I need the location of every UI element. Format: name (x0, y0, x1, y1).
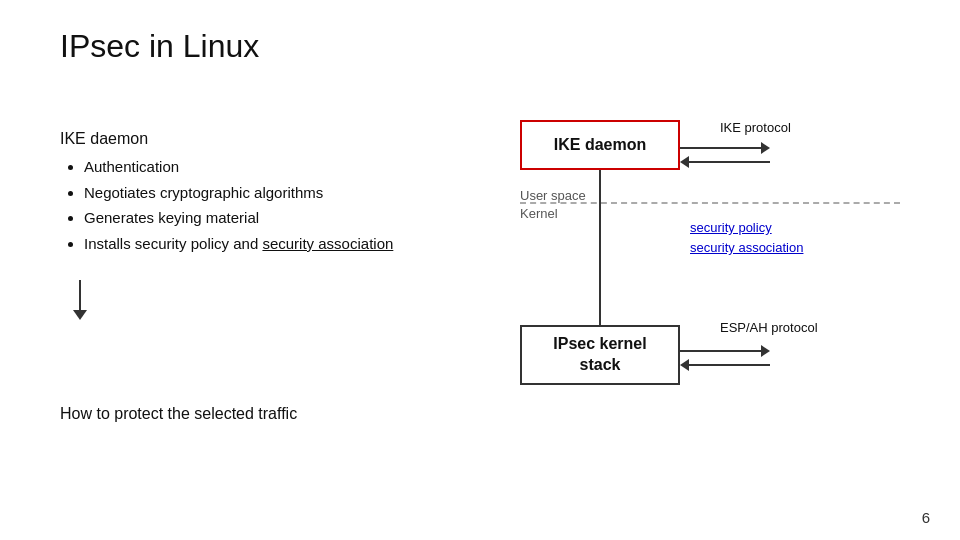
arrow-left-head (680, 156, 689, 168)
esp-protocol-label: ESP/AH protocol (720, 320, 818, 335)
page-number: 6 (922, 509, 930, 526)
security-policy-label: security policy (690, 220, 772, 235)
arrow-left-ike (680, 156, 770, 168)
arrow-left-head-2 (680, 359, 689, 371)
arrow-left-ipsec (680, 359, 770, 371)
h-line-2 (689, 161, 770, 163)
vertical-connector (599, 170, 601, 325)
how-to-label: How to protect the selected traffic (60, 405, 297, 423)
arrow-head (73, 310, 87, 320)
ipsec-box: IPsec kernelstack (520, 325, 680, 385)
security-association-text: security association (262, 235, 393, 252)
h-line-4 (689, 364, 770, 366)
left-panel: IKE daemon Authentication Negotiates cry… (60, 130, 440, 320)
h-line (680, 147, 761, 149)
kernel-label: Kernel (520, 206, 558, 221)
arrow-line (79, 280, 81, 310)
page-title: IPsec in Linux (60, 28, 259, 65)
list-item: Installs security policy and security as… (84, 231, 440, 257)
list-item: Negotiates cryptographic algorithms (84, 180, 440, 206)
security-assoc-label: security association (690, 240, 803, 255)
diagram: IKE daemon IKE protocol User space Kerne… (490, 120, 930, 440)
down-arrow (70, 280, 90, 320)
dashed-divider (520, 202, 900, 204)
bullet-list: Authentication Negotiates cryptographic … (60, 154, 440, 256)
h-line-3 (680, 350, 761, 352)
ike-heading: IKE daemon (60, 130, 440, 148)
arrow-right-head (761, 142, 770, 154)
arrow-right-ike (680, 142, 770, 154)
arrow-right-ipsec (680, 345, 770, 357)
ipsec-box-text: IPsec kernelstack (553, 334, 646, 376)
arrow-right-head-2 (761, 345, 770, 357)
list-item: Generates keying material (84, 205, 440, 231)
user-space-label: User space (520, 188, 586, 203)
ike-daemon-box: IKE daemon (520, 120, 680, 170)
ike-protocol-label: IKE protocol (720, 120, 791, 135)
list-item: Authentication (84, 154, 440, 180)
